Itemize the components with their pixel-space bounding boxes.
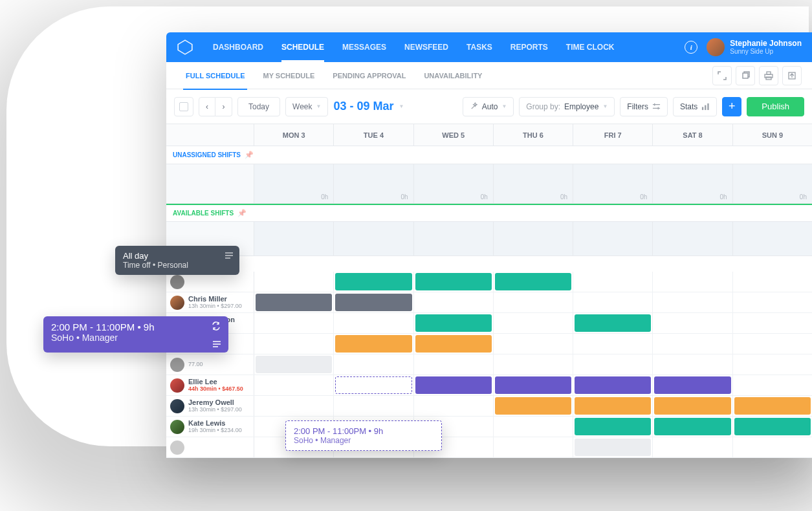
shift-block[interactable] xyxy=(256,356,332,373)
add-button[interactable]: + xyxy=(722,97,741,116)
employee-cell[interactable]: 77.00 xyxy=(166,354,254,375)
subnav-full-schedule[interactable]: FULL SCHEDULE xyxy=(177,62,254,89)
shift-cell[interactable] xyxy=(653,396,732,416)
shift-block[interactable] xyxy=(654,376,730,394)
shift-block[interactable] xyxy=(575,376,651,394)
publish-button[interactable]: Publish xyxy=(747,97,804,116)
shift-cell[interactable] xyxy=(494,437,573,457)
shift-cell[interactable] xyxy=(334,396,413,416)
shift-cell[interactable] xyxy=(733,334,812,354)
shift-cell[interactable] xyxy=(334,313,413,333)
today-button[interactable]: Today xyxy=(237,97,280,116)
nav-newsfeed[interactable]: NEWSFEED xyxy=(395,32,457,62)
shift-block[interactable] xyxy=(575,439,651,456)
shift-cell[interactable] xyxy=(733,375,812,395)
day-cell[interactable]: 0h xyxy=(254,164,334,203)
shift-cell[interactable] xyxy=(653,375,732,395)
shift-cell[interactable] xyxy=(414,396,494,416)
shift-cell[interactable] xyxy=(254,375,334,395)
shift-block[interactable] xyxy=(415,376,492,394)
shift-block[interactable] xyxy=(415,335,492,353)
day-cell[interactable] xyxy=(494,222,573,256)
shift-cell[interactable] xyxy=(334,354,413,375)
copy-icon[interactable] xyxy=(736,66,755,85)
shift-cell[interactable] xyxy=(733,292,812,312)
shift-cell[interactable] xyxy=(573,354,653,375)
shift-cell[interactable] xyxy=(254,354,334,375)
shift-block[interactable] xyxy=(335,294,411,311)
export-icon[interactable] xyxy=(782,66,802,85)
shift-block[interactable] xyxy=(575,418,651,435)
shift-cell[interactable] xyxy=(494,292,573,312)
shift-cell[interactable] xyxy=(733,437,812,457)
shift-cell[interactable] xyxy=(334,334,413,354)
nav-schedule[interactable]: SCHEDULE xyxy=(272,32,333,62)
auto-button[interactable]: Auto▼ xyxy=(463,97,514,116)
shift-cell[interactable] xyxy=(334,375,413,395)
shift-cell[interactable] xyxy=(653,417,732,437)
shift-block[interactable] xyxy=(654,397,730,415)
shift-cell[interactable] xyxy=(573,396,653,416)
shift-cell[interactable] xyxy=(653,313,732,333)
info-icon[interactable]: i xyxy=(685,41,697,54)
fullscreen-icon[interactable] xyxy=(712,66,732,85)
shift-block[interactable] xyxy=(335,273,411,290)
section-unassigned-header[interactable]: UNASSIGNED SHIFTS 📌 xyxy=(166,146,812,164)
shift-block[interactable] xyxy=(495,397,571,415)
shift-block[interactable] xyxy=(734,418,811,435)
shift-block[interactable] xyxy=(575,314,651,332)
shift-cell[interactable] xyxy=(414,334,494,354)
nav-messages[interactable]: MESSAGES xyxy=(333,32,395,62)
shift-cell[interactable] xyxy=(254,292,334,312)
shift-ghost-card[interactable]: 2:00 PM - 11:00PM • 9h SoHo • Manager xyxy=(285,420,442,451)
day-cell[interactable] xyxy=(254,222,334,256)
stats-button[interactable]: Stats xyxy=(673,97,717,116)
shift-cell[interactable] xyxy=(494,272,573,292)
shift-block[interactable] xyxy=(495,273,571,290)
employee-cell[interactable] xyxy=(166,437,254,457)
shift-cell[interactable] xyxy=(414,272,494,292)
shift-cell[interactable] xyxy=(414,292,494,312)
next-button[interactable]: › xyxy=(215,97,232,116)
day-cell[interactable] xyxy=(733,222,812,256)
shift-cell[interactable] xyxy=(733,354,812,375)
shift-block[interactable] xyxy=(575,397,651,415)
shift-cell[interactable] xyxy=(573,334,653,354)
shift-block[interactable] xyxy=(335,376,411,394)
employee-cell[interactable]: Chris Miller13h 30min • $297.00 xyxy=(166,292,254,312)
shift-block[interactable] xyxy=(335,335,411,353)
day-cell[interactable]: 0h xyxy=(334,164,413,203)
filters-button[interactable]: Filters xyxy=(620,97,668,116)
shift-cell[interactable] xyxy=(254,313,334,333)
day-cell[interactable]: 0h xyxy=(653,164,732,203)
subnav-my-schedule[interactable]: MY SCHEDULE xyxy=(254,62,324,89)
print-icon[interactable] xyxy=(759,66,778,85)
subnav-pending-approval[interactable]: PENDING APPROVAL xyxy=(324,62,415,89)
employee-cell[interactable]: Jeremy Owell13h 30min • $297.00 xyxy=(166,396,254,416)
day-cell[interactable]: 0h xyxy=(494,164,573,203)
shift-cell[interactable] xyxy=(494,313,573,333)
time-off-card[interactable]: All day Time off • Personal xyxy=(115,246,239,275)
shift-block[interactable] xyxy=(415,273,492,290)
shift-cell[interactable] xyxy=(653,272,732,292)
shift-cell[interactable] xyxy=(653,292,732,312)
shift-cell[interactable] xyxy=(573,292,653,312)
shift-cell[interactable] xyxy=(334,292,413,312)
shift-block[interactable] xyxy=(734,397,811,415)
day-cell[interactable] xyxy=(573,222,653,256)
section-available-header[interactable]: AVAILABLE SHIFTS 📌 xyxy=(166,204,812,222)
shift-cell[interactable] xyxy=(573,437,653,457)
day-cell[interactable]: 0h xyxy=(733,164,812,203)
day-cell[interactable] xyxy=(414,222,494,256)
shift-cell[interactable] xyxy=(573,272,653,292)
day-cell[interactable] xyxy=(653,222,732,256)
nav-dashboard[interactable]: DASHBOARD xyxy=(204,32,272,62)
shift-cell[interactable] xyxy=(733,313,812,333)
shift-block[interactable] xyxy=(495,376,571,394)
shift-cell[interactable] xyxy=(254,396,334,416)
shift-cell[interactable] xyxy=(494,396,573,416)
user-menu[interactable]: Stephanie Johnson Sunny Side Up xyxy=(707,38,802,56)
shift-cell[interactable] xyxy=(573,375,653,395)
nav-tasks[interactable]: TASKS xyxy=(457,32,501,62)
shift-block[interactable] xyxy=(256,294,332,311)
